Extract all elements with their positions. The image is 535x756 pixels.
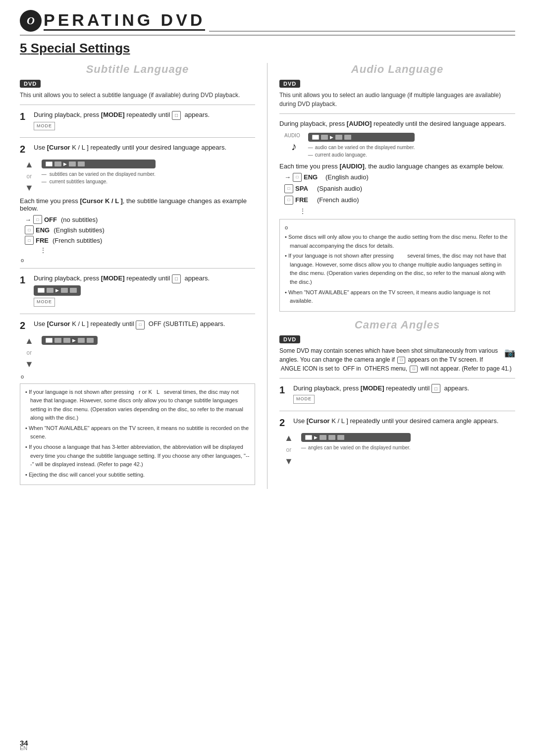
camera-ctrl-btn-2 xyxy=(320,435,326,440)
music-note: ♪ xyxy=(291,140,297,153)
caption-line-1: — subtitles can be varied on the display… xyxy=(42,170,156,178)
arrow-down-2: ▼ xyxy=(25,359,34,370)
audio-ctrl-btn-3 xyxy=(335,135,342,140)
step-3-num: 1 xyxy=(20,273,31,286)
note-box-audio: o Some discs will only allow you to chan… xyxy=(279,219,515,312)
camera-diagram-arrows: ▲ or ▼ xyxy=(284,433,293,467)
ctrl-btn-4 xyxy=(78,162,85,166)
step-1-content: During playback, press [MODE] repeatedly… xyxy=(34,110,255,132)
note-list-left: If your language is not shown after pres… xyxy=(25,388,250,480)
step-1-num: 1 xyxy=(20,110,31,123)
audio-spa-icon: □ xyxy=(284,184,293,193)
camera-ctrl-area: ▶ — angles can be varied on the displaye… xyxy=(301,433,411,451)
section-number: 5 xyxy=(20,41,27,55)
audio-lang-eng: → □ ENG (English audio) xyxy=(284,173,515,182)
camera-mode-bold: [MODE] xyxy=(361,384,384,392)
ctrl-bar-2: ▶ xyxy=(42,336,98,345)
audio-step-1-content: During playback, press [AUDIO] repeatedl… xyxy=(279,119,515,129)
camera-sq-icon-2: □ xyxy=(410,366,418,373)
step2-note-bold: [Cursor K / L ] xyxy=(80,197,122,205)
diagram-ctrl-area-2: ▶ xyxy=(42,336,98,345)
audio-ctrl-btn-2 xyxy=(321,135,328,140)
ctrl-btn-3 xyxy=(69,162,76,166)
off-icon: □ xyxy=(33,215,42,224)
or-text: or xyxy=(27,173,32,180)
mode-icon-1: □ xyxy=(172,111,181,120)
ctrl-btn-s3-1 xyxy=(38,288,45,293)
step-1: 1 During playback, press [MODE] repeated… xyxy=(20,110,255,132)
step-3-content: During playback, press [MODE] repeatedly… xyxy=(34,273,255,309)
off-desc: (no subtitles) xyxy=(61,216,98,223)
audio-note-1: Some discs will only allow you to change… xyxy=(285,233,510,250)
dvd-badge-camera: DVD xyxy=(279,335,300,343)
note-box-left: If your language is not shown after pres… xyxy=(20,383,255,486)
camera-diagram: ▲ or ▼ ▶ — angles can be xyxy=(284,433,515,467)
left-column: Subtitle Language DVD This unit allows y… xyxy=(20,63,268,489)
page-en: EN xyxy=(20,745,27,751)
audio-note-3: When "NOT AVAILABLE" appears on the TV s… xyxy=(285,288,510,306)
camera-intro: Some DVD may contain scenes which have b… xyxy=(279,346,515,373)
audio-eng-icon: □ xyxy=(293,173,302,182)
section-title-text: Special Settings xyxy=(31,41,130,55)
divider-2 xyxy=(20,137,255,138)
fre-icon: □ xyxy=(25,236,34,245)
audio-ctrl-area: ▶ — audio can be varied on the displayed… xyxy=(308,133,415,159)
divider-1 xyxy=(20,105,255,105)
camera-ctrl-btn-1 xyxy=(305,435,312,440)
audio-eng-code: ENG xyxy=(304,173,321,181)
audio-note-bold: [AUDIO] xyxy=(339,162,365,170)
camera-step-1-content: During playback, press [MODE] repeatedly… xyxy=(293,383,515,406)
step-2: 2 Use [Cursor K / L ] repeatedly until y… xyxy=(20,143,255,156)
audio-eng-desc: (English audio) xyxy=(325,173,369,181)
subtitle-intro: This unit allows you to select a subtitl… xyxy=(20,91,255,100)
camera-arrow-up: ▲ xyxy=(284,433,293,443)
step-1-bold: [MODE] xyxy=(101,111,125,118)
audio-step-bold: [AUDIO] xyxy=(347,120,372,127)
camera-caption-1: — angles can be varied on the displayed … xyxy=(301,444,411,451)
note-list-audio: Some discs will only allow you to change… xyxy=(285,233,510,306)
ctrl-btn-d2-4 xyxy=(78,338,85,343)
step-4-content: Use [Cursor K / L ] repeatedly until □ O… xyxy=(34,319,255,329)
ctrl-btn-2 xyxy=(54,162,61,166)
ctrl-bar-1: ▶ xyxy=(42,160,156,168)
arrow-down: ▼ xyxy=(25,183,34,193)
audio-diagram-caption: — audio can be varied on the displayed n… xyxy=(308,144,415,159)
audio-diagram: AUDIO ♪ ▶ — audio can be varied on xyxy=(284,133,515,159)
step2-note: Each time you press [Cursor K / L ], the… xyxy=(20,197,255,212)
ctrl-btn-1 xyxy=(46,162,53,166)
audio-fre-desc: (French audio) xyxy=(317,196,359,204)
header-title: PERATING DVD xyxy=(44,11,205,31)
dvd-badge-audio: DVD xyxy=(279,80,300,88)
eng-desc: (English subtitles) xyxy=(54,226,105,234)
ctrl-btn-s3-2 xyxy=(47,288,54,293)
ctrl-btn-d2-2 xyxy=(54,338,61,343)
off-icon-2: □ xyxy=(136,321,145,329)
audio-spa-code: SPA xyxy=(295,185,313,192)
header-circle: O xyxy=(20,10,42,32)
ctrl-btn-s3-3 xyxy=(61,288,68,293)
lang-off: → □ OFF (no subtitles) xyxy=(25,215,255,224)
right-column: Audio Language DVD This unit allows you … xyxy=(268,63,515,489)
lang-eng: □ ENG (English subtitles) xyxy=(25,225,255,234)
divider-r3 xyxy=(279,411,515,411)
eng-icon: □ xyxy=(25,225,34,234)
audio-intro: This unit allows you to select an audio … xyxy=(279,91,515,108)
step-4-num: 2 xyxy=(20,319,31,332)
audio-spa-desc: (Spanish audio) xyxy=(317,185,362,192)
mode-label-2: MODE xyxy=(34,298,55,307)
camera-cursor-bold: [Cursor xyxy=(307,417,330,425)
divider-3 xyxy=(20,268,255,269)
caption-line-2: — current subtitles language. xyxy=(42,178,156,185)
audio-note-intro: Each time you press [AUDIO], the audio l… xyxy=(279,162,515,170)
step-2-num: 2 xyxy=(20,143,31,156)
diagram-caption-1: — subtitles can be varied on the display… xyxy=(42,170,156,185)
circle-note-1: o xyxy=(21,257,255,263)
audio-left-area: AUDIO ♪ xyxy=(284,133,300,153)
diagram-arrows-2: ▲ or ▼ xyxy=(25,336,34,370)
mode-icon-2: □ xyxy=(172,274,181,283)
audio-fre-icon: □ xyxy=(284,196,293,205)
camera-ctrl-bar: ▶ xyxy=(301,433,411,442)
lang-fre: □ FRE (French subtitles) xyxy=(25,236,255,245)
ctrl-arrow-s3: ▶ xyxy=(55,287,59,294)
mode-label-camera: MODE xyxy=(293,395,315,404)
